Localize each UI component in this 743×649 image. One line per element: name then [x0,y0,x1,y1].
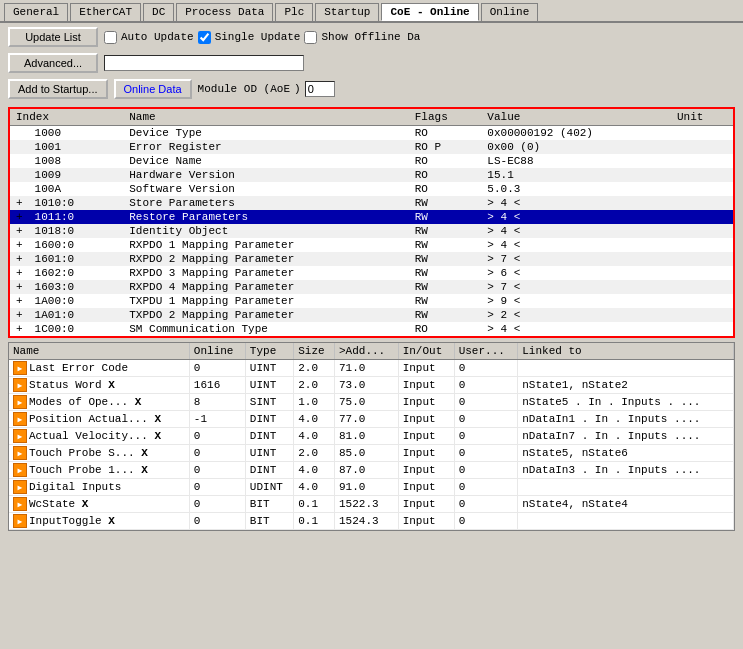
coe-table: Index Name Flags Value Unit 1000 Device … [10,109,733,336]
table-row[interactable]: + 1018:0 Identity Object RW > 4 < [10,224,733,238]
bottom-table-header: Name Online Type Size >Add... In/Out Use… [9,343,734,360]
expand-icon[interactable]: + [16,253,28,265]
cell-size: 0.1 [294,496,335,513]
cell-value: > 2 < [481,308,671,322]
expand-icon[interactable]: + [16,211,28,223]
single-update-checkbox[interactable] [198,31,211,44]
list-item[interactable]: ▶Touch Probe S... X 0 UINT 2.0 85.0 Inpu… [9,445,734,462]
table-row[interactable]: + 1603:0 RXPDO 4 Mapping Parameter RW > … [10,280,733,294]
cell-linked: nState4, nState4 [518,496,734,513]
cell-name: RXPDO 3 Mapping Parameter [123,266,409,280]
table-row[interactable]: + 1C00:0 SM Communication Type RO > 4 < [10,322,733,336]
variable-icon: ▶ [13,446,27,460]
bottom-table: Name Online Type Size >Add... In/Out Use… [9,343,734,530]
expand-icon[interactable]: + [16,309,28,321]
cell-unit [671,182,733,196]
cell-name: Device Type [123,126,409,141]
tab-bar: GeneralEtherCATDCProcess DataPlcStartupC… [0,0,743,23]
cell-user: 0 [454,428,518,445]
show-offline-checkbox[interactable] [304,31,317,44]
table-row[interactable]: + 1A01:0 TXPDO 2 Mapping Parameter RW > … [10,308,733,322]
table-row[interactable]: + 1600:0 RXPDO 1 Mapping Parameter RW > … [10,238,733,252]
list-item[interactable]: ▶Position Actual... X -1 DINT 4.0 77.0 I… [9,411,734,428]
cell-type: BIT [245,513,293,530]
online-data-button[interactable]: Online Data [114,79,192,99]
list-item[interactable]: ▶Status Word X 1616 UINT 2.0 73.0 Input … [9,377,734,394]
cell-unit [671,238,733,252]
cell-type: DINT [245,411,293,428]
expand-icon[interactable]: + [16,197,28,209]
list-item[interactable]: ▶Last Error Code 0 UINT 2.0 71.0 Input 0 [9,360,734,377]
expand-icon[interactable]: + [16,323,28,335]
variable-icon: ▶ [13,395,27,409]
expand-icon[interactable]: + [16,225,28,237]
cell-name: Store Parameters [123,196,409,210]
table-row[interactable]: + 1011:0 Restore Parameters RW > 4 < [10,210,733,224]
expand-icon[interactable]: + [16,267,28,279]
table-row[interactable]: 1001 Error Register RO P 0x00 (0) [10,140,733,154]
single-update-label: Single Update [215,31,301,43]
cell-flags: RW [409,196,482,210]
expand-icon[interactable]: + [16,281,28,293]
col-value: Value [481,109,671,126]
cell-value: > 4 < [481,196,671,210]
list-item[interactable]: ▶Actual Velocity... X 0 DINT 4.0 81.0 In… [9,428,734,445]
update-list-button[interactable]: Update List [8,27,98,47]
list-item[interactable]: ▶Digital Inputs 0 UDINT 4.0 91.0 Input 0 [9,479,734,496]
cell-user: 0 [454,411,518,428]
cell-unit [671,280,733,294]
tab-coe-online[interactable]: CoE - Online [381,3,478,21]
table-row[interactable]: + 1A00:0 TXPDU 1 Mapping Parameter RW > … [10,294,733,308]
cell-value: 5.0.3 [481,182,671,196]
cell-name: ▶Touch Probe 1... X [9,462,189,479]
expand-icon[interactable]: + [16,295,28,307]
add-startup-button[interactable]: Add to Startup... [8,79,108,99]
cell-flags: RO [409,322,482,336]
cell-index: 1008 [10,154,123,168]
cell-user: 0 [454,479,518,496]
cell-online: -1 [189,411,245,428]
cell-unit [671,322,733,336]
cell-value: > 9 < [481,294,671,308]
tab-processdata[interactable]: Process Data [176,3,273,21]
list-item[interactable]: ▶Modes of Ope... X 8 SINT 1.0 75.0 Input… [9,394,734,411]
cell-size: 4.0 [294,428,335,445]
table-row[interactable]: 1000 Device Type RO 0x00000192 (402) [10,126,733,141]
table-row[interactable]: 1008 Device Name RO LS-EC88 [10,154,733,168]
cell-name: TXPDU 1 Mapping Parameter [123,294,409,308]
expand-icon[interactable]: + [16,239,28,251]
cell-addr: 77.0 [335,411,399,428]
tab-plc[interactable]: Plc [275,3,313,21]
cell-linked: nState1, nState2 [518,377,734,394]
list-item[interactable]: ▶WcState X 0 BIT 0.1 1522.3 Input 0 nSta… [9,496,734,513]
list-item[interactable]: ▶InputToggle X 0 BIT 0.1 1524.3 Input 0 [9,513,734,530]
table-row[interactable]: 100A Software Version RO 5.0.3 [10,182,733,196]
cell-inout: Input [398,496,454,513]
tab-dc[interactable]: DC [143,3,174,21]
module-od-input[interactable] [305,81,335,97]
cell-size: 4.0 [294,462,335,479]
advanced-button[interactable]: Advanced... [8,53,98,73]
cell-index: 1009 [10,168,123,182]
table-row[interactable]: + 1010:0 Store Parameters RW > 4 < [10,196,733,210]
auto-update-checkbox[interactable] [104,31,117,44]
col-user: User... [454,343,518,360]
cell-inout: Input [398,428,454,445]
list-item[interactable]: ▶Touch Probe 1... X 0 DINT 4.0 87.0 Inpu… [9,462,734,479]
cell-addr: 91.0 [335,479,399,496]
cell-value: > 7 < [481,280,671,294]
variable-icon: ▶ [13,361,27,375]
tab-online[interactable]: Online [481,3,539,21]
tab-general[interactable]: General [4,3,68,21]
cell-unit [671,252,733,266]
cell-value: LS-EC88 [481,154,671,168]
tab-startup[interactable]: Startup [315,3,379,21]
cell-name: RXPDO 1 Mapping Parameter [123,238,409,252]
tab-ethercat[interactable]: EtherCAT [70,3,141,21]
text-input[interactable] [104,55,304,71]
table-row[interactable]: + 1601:0 RXPDO 2 Mapping Parameter RW > … [10,252,733,266]
cell-name: Identity Object [123,224,409,238]
table-row[interactable]: 1009 Hardware Version RO 15.1 [10,168,733,182]
cell-name: RXPDO 2 Mapping Parameter [123,252,409,266]
table-row[interactable]: + 1602:0 RXPDO 3 Mapping Parameter RW > … [10,266,733,280]
